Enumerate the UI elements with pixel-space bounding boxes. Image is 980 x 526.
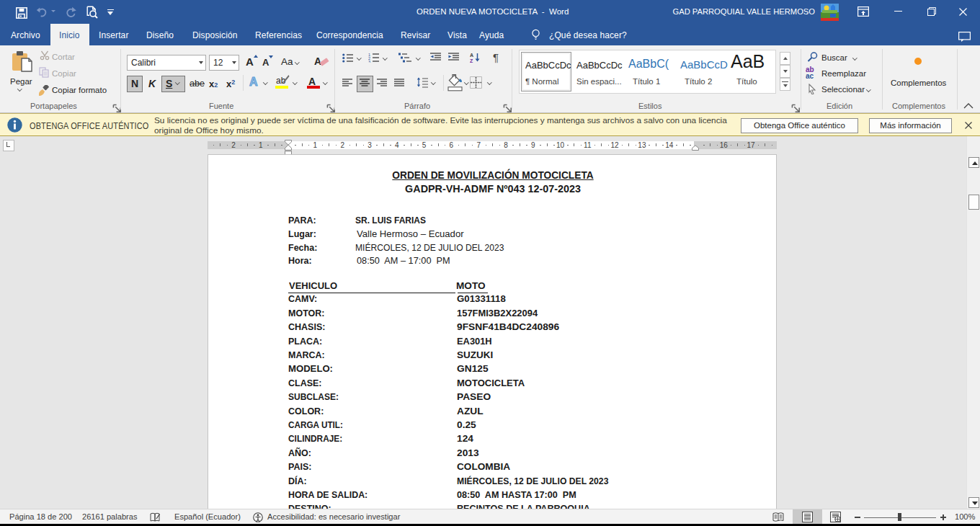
svg-text:Z: Z xyxy=(470,58,473,63)
svg-text:3: 3 xyxy=(368,60,370,63)
svg-text:A: A xyxy=(470,53,473,58)
